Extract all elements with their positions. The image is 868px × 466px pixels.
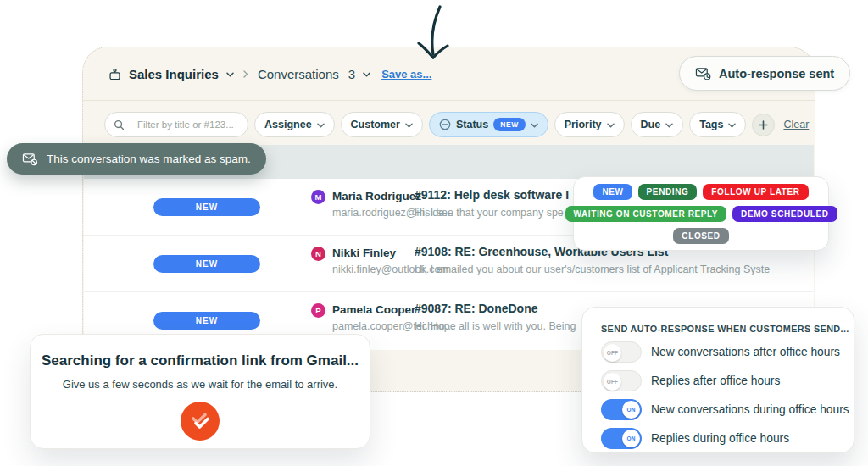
filter-assignee-label: Assignee: [264, 119, 312, 130]
auto-response-settings-card: SEND AUTO-RESPONSE WHEN CUSTOMERS SEND..…: [581, 307, 854, 453]
toggle-label: New conversations during office hours: [651, 403, 849, 416]
chevron-right-icon: [243, 70, 248, 78]
gmail-card-title: Searching for a confirmation link from G…: [31, 352, 370, 369]
status-options-popup: NEW PENDING FOLLOW UP LATER WAITING ON C…: [573, 176, 829, 251]
toggle-knob: ON: [622, 430, 640, 447]
conversation-count: 3: [348, 67, 355, 81]
conversation-preview: Hi, I emailed you about our user's/custo…: [415, 264, 770, 275]
filter-bar: Assignee Customer Status NEW Priority Du…: [104, 112, 809, 137]
status-badge: NEW: [153, 312, 260, 330]
filter-tags-label: Tags: [699, 119, 723, 130]
conversation-subject: #9087: RE: DoneDone: [415, 302, 537, 315]
chevron-down-icon: [405, 123, 413, 128]
filter-priority[interactable]: Priority: [554, 112, 625, 137]
status-badge-row: WAITING ON CUSTOMER REPLY DEMO SCHEDULED: [565, 206, 837, 222]
chevron-down-icon[interactable]: [226, 72, 234, 77]
inbox-selector[interactable]: Sales Inquiries: [129, 67, 219, 81]
avatar: M: [311, 190, 326, 204]
customer-name: Nikki Finley: [332, 247, 396, 259]
auto-response-sent-chip[interactable]: Auto-response sent: [679, 56, 850, 91]
status-badge-row: NEW PENDING FOLLOW UP LATER: [593, 184, 808, 200]
toggle-knob: ON: [622, 401, 640, 419]
toggle-new-conversations-during-hours[interactable]: ON: [601, 399, 642, 420]
minus-circle-icon[interactable]: [439, 119, 451, 130]
filter-tags[interactable]: Tags: [689, 112, 746, 137]
customer-name: Pamela Cooper: [332, 303, 415, 316]
chevron-down-icon: [728, 123, 736, 128]
toggle-new-conversations-after-hours[interactable]: OFF: [601, 341, 642, 363]
conversation-preview: Hi, Hope all is well with you. Being: [415, 320, 576, 332]
filter-due-label: Due: [641, 119, 661, 130]
plus-icon: [759, 120, 768, 130]
avatar: N: [311, 247, 326, 261]
spam-toast: This conversation was marked as spam.: [7, 143, 266, 175]
toggle-row: OFF New conversations after office hours: [601, 341, 854, 363]
down-arrow-annotation: [405, 2, 466, 68]
toggle-knob: OFF: [604, 373, 621, 391]
chevron-down-icon: [317, 123, 325, 128]
toggle-row: OFF Replies after office hours: [601, 370, 854, 391]
search-icon: [114, 119, 125, 130]
status-option-pending[interactable]: PENDING: [638, 184, 698, 200]
clear-filters-link[interactable]: Clear: [783, 119, 809, 130]
filter-status-label: Status: [456, 119, 488, 130]
save-as-link[interactable]: Save as...: [381, 68, 431, 80]
add-filter-button[interactable]: [752, 114, 775, 136]
status-badge: NEW: [153, 198, 260, 216]
status-option-follow-up-later[interactable]: FOLLOW UP LATER: [703, 184, 808, 200]
conversation-subject: #9112: Help desk software I: [415, 188, 569, 202]
filter-assignee[interactable]: Assignee: [254, 112, 335, 137]
filter-due[interactable]: Due: [631, 112, 684, 137]
gmail-card-subtitle: Give us a few seconds as we wait for the…: [31, 378, 370, 391]
donedone-logo: [181, 402, 220, 441]
search-divider: [131, 118, 131, 131]
search-input[interactable]: [137, 119, 237, 130]
search-filter[interactable]: [104, 112, 248, 137]
toggle-replies-during-hours[interactable]: ON: [601, 428, 642, 449]
header-divider: [83, 100, 815, 101]
filter-priority-label: Priority: [565, 119, 602, 130]
inbox-icon: [108, 69, 121, 81]
auto-response-sent-label: Auto-response sent: [719, 67, 834, 80]
customer-name: Maria Rodriguez: [332, 190, 421, 202]
conversation-preview: Hi, I see that your company spe: [415, 207, 564, 219]
avatar: P: [311, 303, 326, 318]
toggle-label: New conversations after office hours: [651, 346, 840, 358]
status-filter-value-badge: NEW: [493, 118, 526, 131]
envelope-clock-icon: [695, 66, 711, 80]
status-option-new[interactable]: NEW: [593, 184, 632, 200]
double-check-icon: [187, 411, 213, 431]
status-badge: NEW: [153, 255, 260, 273]
envelope-spam-icon: [22, 152, 38, 166]
toggle-label: Replies during office hours: [651, 432, 789, 445]
breadcrumb: Sales Inquiries Conversations 3 Save as.…: [108, 47, 431, 100]
toggle-row: ON New conversations during office hours: [601, 399, 854, 420]
filter-status[interactable]: Status NEW: [429, 112, 548, 137]
auto-response-heading: SEND AUTO-RESPONSE WHEN CUSTOMERS SEND..…: [601, 324, 854, 334]
status-option-waiting-on-customer-reply[interactable]: WAITING ON CUSTOMER REPLY: [565, 206, 727, 222]
toggle-row: ON Replies during office hours: [601, 428, 854, 449]
status-badge-row: CLOSED: [673, 228, 728, 244]
section-label: Conversations: [258, 67, 339, 81]
chevron-down-icon: [607, 123, 615, 128]
status-option-demo-scheduled[interactable]: DEMO SCHEDULED: [732, 206, 837, 222]
chevron-down-icon: [531, 123, 538, 128]
chevron-down-icon: [665, 123, 673, 128]
spam-toast-message: This conversation was marked as spam.: [47, 153, 251, 165]
status-option-closed[interactable]: CLOSED: [673, 228, 728, 244]
toggle-knob: OFF: [604, 344, 621, 362]
toggle-replies-after-hours[interactable]: OFF: [601, 370, 642, 391]
filter-customer-label: Customer: [351, 119, 400, 130]
toggle-label: Replies after office hours: [651, 374, 780, 387]
filter-customer[interactable]: Customer: [341, 112, 423, 137]
gmail-confirmation-card: Searching for a confirmation link from G…: [30, 334, 370, 449]
chevron-down-icon[interactable]: [363, 72, 370, 77]
